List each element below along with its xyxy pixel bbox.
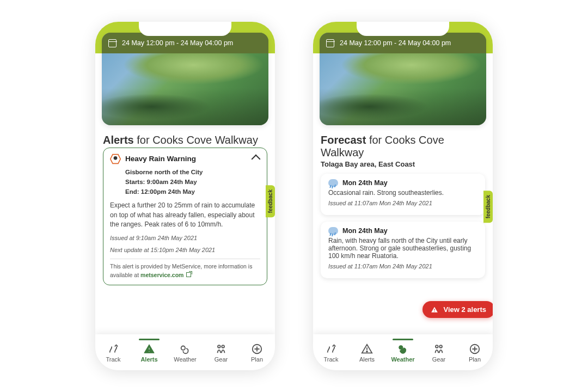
tab-track[interactable]: Track <box>97 339 129 363</box>
heavy-rain-warning-icon <box>110 154 121 164</box>
tab-alerts[interactable]: Alerts <box>133 339 165 363</box>
svg-rect-3 <box>149 351 150 352</box>
svg-point-6 <box>222 345 224 348</box>
tab-gear[interactable]: Gear <box>423 339 455 363</box>
alert-next-update: Next update at 15:10pm 24th May 2021 <box>110 246 260 255</box>
time-range-text: 24 May 12:00 pm - 24 May 04:00 pm <box>340 39 451 47</box>
svg-point-1 <box>114 156 118 160</box>
alert-issued: Issued at 9:10am 24th May 2021 <box>110 234 260 243</box>
calendar-icon <box>108 39 117 47</box>
svg-point-14 <box>439 345 442 348</box>
alert-body: Expect a further 20 to 25mm of rain to a… <box>110 201 260 229</box>
tab-label: Alerts <box>140 356 157 363</box>
warning-icon <box>430 306 439 314</box>
calendar-icon <box>326 39 334 47</box>
alert-card: Heavy Rain Warning Gisborne north of the… <box>103 148 267 285</box>
tab-label: Gear <box>215 356 228 363</box>
alert-provider: This alert is provided by MetService, mo… <box>110 262 260 279</box>
tab-label: Track <box>323 356 338 363</box>
hero-image: 24 May 12:00 pm - 24 May 04:00 pm <box>102 33 268 125</box>
bottom-tab-bar: Track Alerts Weather Gear Plan <box>313 334 493 370</box>
alert-ends: End: 12:00pm 24th May <box>125 187 260 197</box>
svg-rect-8 <box>434 309 435 310</box>
tab-alerts[interactable]: Alerts <box>351 339 383 363</box>
tab-track[interactable]: Track <box>315 339 347 363</box>
alert-title: Heavy Rain Warning <box>125 154 248 164</box>
phone-forecast: 24 May 12:00 pm - 24 May 04:00 pm Foreca… <box>313 22 493 370</box>
forecast-card[interactable]: Mon 24th May Rain, with heavy falls nort… <box>321 222 485 278</box>
svg-point-11 <box>366 351 367 352</box>
forecast-issued: Issued at 11:07am Mon 24th May 2021 <box>328 200 477 206</box>
title-suffix: for Cooks Cove Walkway <box>137 134 258 146</box>
tab-weather[interactable]: Weather <box>169 339 201 363</box>
svg-point-4 <box>181 346 185 350</box>
hero-image: 24 May 12:00 pm - 24 May 04:00 pm <box>320 33 486 125</box>
tab-label: Track <box>106 356 120 363</box>
forecast-content: Forecast for Cooks Cove Walkway Tolaga B… <box>313 125 493 370</box>
forecast-card[interactable]: Mon 24th May Occasional rain. Strong sou… <box>321 174 485 215</box>
rain-icon <box>328 179 338 187</box>
chevron-up-icon[interactable] <box>252 155 261 164</box>
forecast-date: Mon 24th May <box>342 179 388 187</box>
alert-card-header[interactable]: Heavy Rain Warning <box>110 154 260 164</box>
svg-point-5 <box>218 345 220 348</box>
alert-starts: Starts: 9:00am 24th May <box>125 177 260 187</box>
feedback-tab[interactable]: feedback <box>483 191 493 223</box>
forecast-date: Mon 24th May <box>342 227 388 235</box>
forecast-body: Occasional rain. Strong southeasterlies. <box>328 189 477 197</box>
tab-label: Gear <box>432 356 445 363</box>
rain-icon <box>328 227 338 235</box>
view-alerts-button[interactable]: View 2 alerts <box>422 301 493 318</box>
alerts-content: Alerts for Cooks Cove Walkway Heavy Rain… <box>95 125 275 370</box>
forecast-body: Rain, with heavy falls north of the City… <box>328 237 477 260</box>
external-link-icon <box>186 272 191 277</box>
title-prefix: Alerts <box>103 134 134 146</box>
forecast-subtitle: Tolaga Bay area, East Coast <box>321 160 485 168</box>
tab-gear[interactable]: Gear <box>205 339 237 363</box>
tab-label: Weather <box>391 356 414 363</box>
tab-label: Plan <box>251 356 263 363</box>
device-notch <box>357 22 449 36</box>
alert-region: Gisborne north of the City <box>125 168 260 177</box>
tab-weather[interactable]: Weather <box>387 339 419 363</box>
feedback-tab[interactable]: feedback <box>266 185 275 217</box>
phone-alerts: 24 May 12:00 pm - 24 May 04:00 pm Alerts… <box>95 22 275 370</box>
svg-rect-2 <box>149 347 150 350</box>
alert-meta: Gisborne north of the City Starts: 9:00a… <box>110 168 260 197</box>
page-title: Alerts for Cooks Cove Walkway <box>103 134 267 146</box>
tab-plan[interactable]: Plan <box>241 339 273 363</box>
view-alerts-label: View 2 alerts <box>443 305 486 314</box>
divider <box>110 259 260 259</box>
svg-point-13 <box>436 345 438 348</box>
bottom-tab-bar: Track Alerts Weather Gear Plan <box>95 334 275 370</box>
tab-label: Weather <box>174 356 196 363</box>
tab-label: Alerts <box>359 356 375 363</box>
forecast-issued: Issued at 11:07am Mon 24th May 2021 <box>328 263 477 270</box>
tab-label: Plan <box>469 356 481 363</box>
title-prefix: Forecast <box>321 134 366 146</box>
time-range-text: 24 May 12:00 pm - 24 May 04:00 pm <box>122 39 233 47</box>
device-notch <box>139 22 231 36</box>
svg-rect-9 <box>434 311 435 311</box>
page-title: Forecast for Cooks Cove Walkway <box>321 134 485 159</box>
tab-plan[interactable]: Plan <box>459 339 491 363</box>
provider-link[interactable]: metservice.com <box>140 272 183 278</box>
